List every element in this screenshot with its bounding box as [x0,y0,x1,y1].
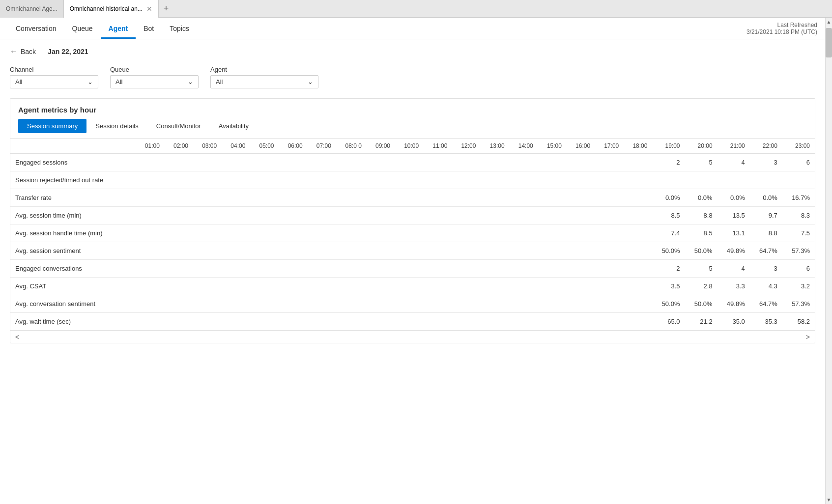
metric-name-cell: Engaged conversations [10,260,136,278]
metric-value-cell [165,154,193,171]
metric-value-cell [481,207,509,224]
scroll-down-icon[interactable]: ▼ [826,496,832,504]
metric-value-cell [136,278,165,295]
metric-value-cell [222,189,250,207]
metric-value-cell [595,154,624,171]
metric-value-cell: 8.8 [750,224,782,242]
hour-col-header: 15:00 [538,139,567,154]
metric-value-cell [250,242,279,260]
back-button[interactable]: ← Back [10,47,36,56]
metric-value-cell [452,224,481,242]
browser-tab-1[interactable]: Omnichannel Age... [0,0,64,18]
metric-value-cell [308,260,336,278]
metric-value-cell [510,207,538,224]
metric-value-cell [165,224,193,242]
scroll-up-icon[interactable]: ▲ [826,18,832,26]
filters-row: Channel All ⌄ Queue All ⌄ [10,66,815,88]
nav-tab-queue[interactable]: Queue [64,18,101,39]
scroll-right-icon[interactable]: > [806,333,810,341]
page-wrapper: Conversation Queue Agent Bot Topics Last… [0,18,832,504]
metric-value-cell [250,313,279,331]
hour-col-header: 02:00 [165,139,193,154]
metric-value-cell [395,242,424,260]
metric-name-cell: Session rejected/timed out rate [10,171,136,189]
card-title: Agent metrics by hour [10,99,815,119]
metric-value-cell: 16.7% [782,189,815,207]
channel-filter-select[interactable]: All ⌄ [10,75,98,88]
metric-value-cell: 0.0% [717,189,750,207]
browser-tab-2[interactable]: Omnichannel historical an... ✕ [64,0,159,18]
filter-agent: Agent All ⌄ [210,66,318,88]
metric-value-cell [424,171,452,189]
metric-value-cell [538,171,567,189]
metric-value-cell [193,154,222,171]
metric-value-cell [452,171,481,189]
metric-value-cell: 13.1 [717,224,750,242]
metric-value-cell: 7.4 [652,224,685,242]
tab-label-2: Omnichannel historical an... [70,5,143,12]
metric-value-cell [165,260,193,278]
metric-value-cell [165,171,193,189]
queue-filter-select[interactable]: All ⌄ [110,75,199,88]
metric-value-cell [279,313,308,331]
metric-value-cell: 57.3% [782,295,815,313]
metric-value-cell [685,171,717,189]
hour-col-header: 01:00 [136,139,165,154]
metric-value-cell [136,154,165,171]
metric-value-cell [538,295,567,313]
page-scrollbar[interactable]: ▲ ▼ [825,18,832,504]
metric-value-cell [222,295,250,313]
nav-tab-topics[interactable]: Topics [162,18,197,39]
sub-tab-session-summary[interactable]: Session summary [18,119,86,133]
nav-tab-agent[interactable]: Agent [101,18,136,39]
metric-value-cell [336,224,367,242]
metric-value-cell: 0.0% [750,189,782,207]
metric-value-cell: 64.7% [750,295,782,313]
metric-value-cell [424,207,452,224]
metric-value-cell: 0.0% [685,189,717,207]
metric-value-cell: 3.3 [717,278,750,295]
scroll-left-icon[interactable]: < [15,333,19,341]
metric-value-cell [567,207,595,224]
metric-value-cell: 8.5 [685,224,717,242]
metric-name-cell: Avg. CSAT [10,278,136,295]
hour-col-header: 03:00 [193,139,222,154]
metric-value-cell [367,260,395,278]
metric-value-cell [567,171,595,189]
metric-value-cell: 2 [652,260,685,278]
table-row: Avg. session sentiment50.0%50.0%49.8%64.… [10,242,815,260]
scrollbar-thumb[interactable] [826,28,832,57]
metric-value-cell [222,313,250,331]
sub-tab-consult-monitor[interactable]: Consult/Monitor [147,119,210,133]
date-label: Jan 22, 2021 [48,48,88,56]
metric-value-cell [367,154,395,171]
queue-chevron-icon: ⌄ [188,78,193,85]
nav-tab-conversation[interactable]: Conversation [8,18,64,39]
nav-tab-bot[interactable]: Bot [136,18,162,39]
table-horizontal-scroll[interactable]: 01:0002:0003:0004:0005:0006:0007:0008:0 … [10,139,815,331]
metric-value-cell: 35.3 [750,313,782,331]
metric-value-cell [165,207,193,224]
metric-value-cell [336,154,367,171]
metric-value-cell [624,313,652,331]
sub-tab-session-details[interactable]: Session details [86,119,147,133]
metric-value-cell [222,224,250,242]
metric-value-cell [567,295,595,313]
hour-col-header: 14:00 [510,139,538,154]
sub-tab-availability[interactable]: Availability [210,119,258,133]
new-tab-button[interactable]: + [159,3,174,14]
agent-filter-label: Agent [210,66,318,73]
last-refreshed-label: Last Refreshed [746,22,817,28]
metric-value-cell [567,242,595,260]
agent-filter-select[interactable]: All ⌄ [210,75,318,88]
metric-value-cell [567,224,595,242]
table-nav-row: < > [10,331,815,343]
metric-value-cell [424,242,452,260]
metric-value-cell [222,207,250,224]
metric-value-cell [395,278,424,295]
hour-col-header: 12:00 [452,139,481,154]
metric-value-cell [222,260,250,278]
close-tab-icon[interactable]: ✕ [146,5,152,13]
back-arrow-icon: ← [10,47,18,56]
sub-tabs: Session summary Session details Consult/… [10,119,815,138]
